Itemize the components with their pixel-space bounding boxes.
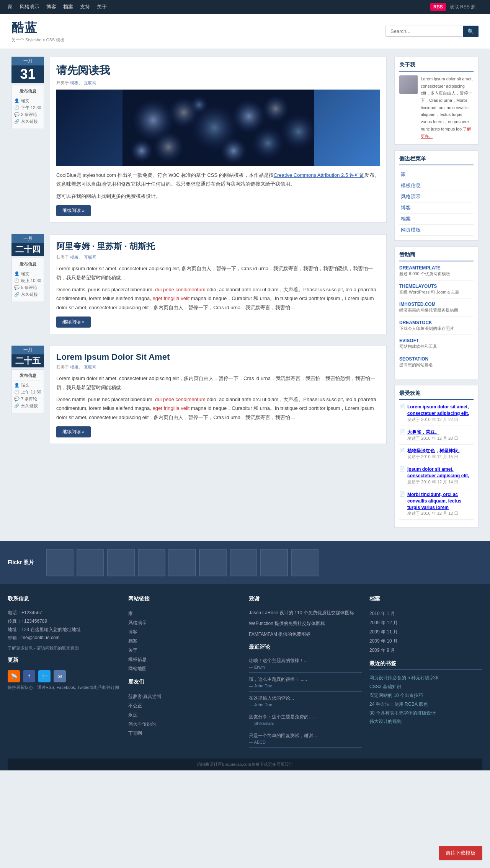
sidebar-item-home: 家 (399, 169, 474, 180)
link-icon-2: 🔗 (14, 292, 20, 297)
post-1-read-more[interactable]: 继续阅读 » (56, 205, 91, 216)
friend-1[interactable]: 不公正 (128, 701, 241, 710)
sidebar-link-template[interactable]: 网页模板 (399, 225, 474, 235)
post-2-content: 阿里夸姆 · 里苏斯 · 胡斯托 归类于 模板、 互联网 Lorem ipsum… (50, 234, 387, 334)
footer-link-4[interactable]: 关于 (128, 646, 241, 655)
rss-link[interactable]: 获取 RSS 源 (450, 4, 475, 10)
footer-link-3[interactable]: 档案 (128, 636, 241, 646)
facebook-icon[interactable]: f (23, 670, 35, 682)
post-1-month: 一月 (11, 57, 44, 65)
nav-home[interactable]: 家 (8, 3, 13, 10)
post-2-read-more[interactable]: 继续阅读 » (56, 317, 91, 328)
logo-title: 酷蓝 (11, 20, 68, 36)
post-1-cat-2[interactable]: 互联网 (84, 80, 96, 85)
post-3-read-more[interactable]: 继续阅读 » (56, 426, 91, 437)
bookmark-5[interactable]: 伟大设计的规则 (369, 717, 482, 726)
watermark-link[interactable]: 访问曲调社区bbs.xieliao.com免费下载更多网页设计 (197, 762, 293, 767)
archive-1[interactable]: 2009 年 12 月 (369, 618, 482, 627)
post-1-time-row: 🕐 下午 12:30 (14, 105, 41, 111)
nav-about[interactable]: 关于 (97, 3, 107, 10)
search-button[interactable]: 🔍 (463, 26, 479, 37)
flickr-thumb-2[interactable] (77, 549, 104, 576)
flickr-thumb-3[interactable] (107, 549, 135, 576)
bookmark-4[interactable]: 30 个具有表手笔字体的排版设计 (369, 709, 482, 718)
update-title: 更新 (8, 657, 121, 666)
email-icon[interactable]: ✉ (54, 670, 66, 682)
sponsor-3-name[interactable]: IMHOSTED.COM (399, 302, 474, 307)
sponsor-4-name[interactable]: DREAMSTOCK (399, 320, 474, 325)
footer-link-1[interactable]: 风格演示 (128, 618, 241, 627)
friend-3[interactable]: 伟大向传说的 (128, 720, 241, 729)
nav-archive[interactable]: 档案 (63, 3, 73, 10)
post-3-content: Lorem Ipsum Dolor Sit Amet 归类于 模板、 互联网 L… (50, 346, 387, 444)
flickr-thumb-5[interactable] (168, 549, 196, 576)
nav-support[interactable]: 支持 (80, 3, 90, 10)
post-2-permalink: 永久链接 (21, 292, 38, 297)
sidebar-link-info[interactable]: 模板信息 (399, 180, 474, 191)
comment-3-author: — John Doe (249, 702, 362, 707)
sidebar-link-home[interactable]: 家 (399, 169, 474, 180)
archive-0[interactable]: 2010 年 1 月 (369, 609, 482, 618)
sponsor-3: IMHOSTED.COM 经济实惠的网络托管服务提供商 (399, 302, 474, 317)
comments-title: 最近评论 (249, 644, 362, 653)
post-3-time: 上午 11:30 (21, 389, 41, 395)
sidebar-link-archive[interactable]: 档案 (399, 214, 474, 224)
post-1-comments: 2 条评论 (21, 112, 37, 117)
sidebar-item-style: 风格演示 (399, 191, 474, 202)
archive-4[interactable]: 2009 年 9 月 (369, 646, 482, 655)
bookmark-3[interactable]: 24 种方法：使用 RGBA 颜色 (369, 700, 482, 709)
comment-icon-2: 💬 (14, 285, 20, 290)
sidebar-link-blog[interactable]: 博客 (399, 202, 474, 213)
post-3-comments-row: 💬 7 条评论 (14, 396, 41, 402)
flickr-thumb-1[interactable] (46, 549, 74, 576)
flickr-thumb-8[interactable] (260, 549, 288, 576)
doc-icon-4: 📄 (399, 466, 405, 485)
sponsor-5-name[interactable]: EVISOFT (399, 338, 474, 343)
nav-style[interactable]: 风格演示 (20, 3, 39, 10)
post-1-cat-1[interactable]: 模板 (70, 80, 78, 85)
popular-2: 📄 大鼻雀，荣豆。 发贴于 2010 年 12 月 20 日 (399, 429, 474, 445)
footer-link-2[interactable]: 博客 (128, 627, 241, 636)
friend-0[interactable]: 菠萝客·真真游博 (128, 692, 241, 701)
search-input[interactable] (385, 26, 462, 37)
footer-link-0[interactable]: 家 (128, 609, 241, 618)
rss-badge: RSS (430, 3, 446, 11)
post-3-cat-1[interactable]: 模板 (70, 365, 78, 369)
sponsor-4-desc: 下载令人印象深刻的库存照片 (399, 326, 454, 331)
post-2-cat-2[interactable]: 互联网 (84, 255, 96, 259)
footer-link-5[interactable]: 模板信息 (128, 655, 241, 664)
archive-2[interactable]: 2009 年 11 月 (369, 627, 482, 636)
footer-link-6[interactable]: 网站地图 (128, 664, 241, 673)
flickr-thumb-7[interactable] (230, 549, 257, 576)
flickr-thumb-6[interactable] (199, 549, 227, 576)
post-1-content: 请先阅读我 归类于 模板、 互联网 (50, 57, 387, 223)
post-2-month: 一月 (11, 234, 44, 243)
post-2-cat-1[interactable]: 模板 (70, 255, 78, 259)
sponsor-5: EVISOFT 网站构建软件和工具 (399, 338, 474, 353)
bookmark-2[interactable]: 应定网站的 10 个出奇技巧 (369, 691, 482, 700)
popular-1-date: 发贴于 2010 年 12 月 22 日 (407, 417, 474, 423)
bookmark-1[interactable]: CSS3 基础知识 (369, 682, 482, 691)
cc-license-link[interactable]: Creative Commons Attribution 2.5 许可证 (274, 172, 364, 178)
archive-3[interactable]: 2009 年 10 月 (369, 636, 482, 646)
friend-2[interactable]: 永远 (128, 710, 241, 720)
nav-blog[interactable]: 博客 (46, 3, 56, 10)
sidebar-link-style[interactable]: 风格演示 (399, 191, 474, 202)
top-navigation: 家 风格演示 博客 档案 支持 关于 RSS 获取 RSS 源 (0, 0, 490, 14)
post-1-author: 瑞文 (21, 98, 29, 104)
sponsor-1-name[interactable]: DREAMTEMPLATE (399, 265, 474, 271)
footer-archive: 档案 2010 年 1 月 2009 年 12 月 2009 年 11 月 20… (369, 596, 482, 751)
rss-social-icon[interactable]: 📡 (8, 670, 20, 682)
sponsor-5-desc: 网站构建软件和工具 (399, 344, 437, 349)
flickr-thumb-4[interactable] (138, 549, 165, 576)
sponsor-2-name[interactable]: THEMELAYOUTS (399, 284, 474, 289)
footer: 联系信息 电话：+1234567 传真：+123456789 地址：123 在这… (0, 584, 490, 770)
post-3-cat-2[interactable]: 互联网 (84, 365, 96, 369)
popular-4-content: Ipsum dolor sit amet, consectetuer adipi… (407, 466, 474, 485)
twitter-icon[interactable]: 🐦 (38, 670, 51, 682)
flickr-thumb-9[interactable] (291, 549, 318, 576)
friend-4[interactable]: 丁哥啊 (128, 729, 241, 738)
about-text: Lorem ipsum dolor sit amet, consectetuer… (421, 75, 474, 140)
sponsor-6-name[interactable]: SEOSTATION (399, 356, 474, 362)
bookmark-0[interactable]: 网页设计师必备的 5 种无衬线字体 (369, 674, 482, 682)
